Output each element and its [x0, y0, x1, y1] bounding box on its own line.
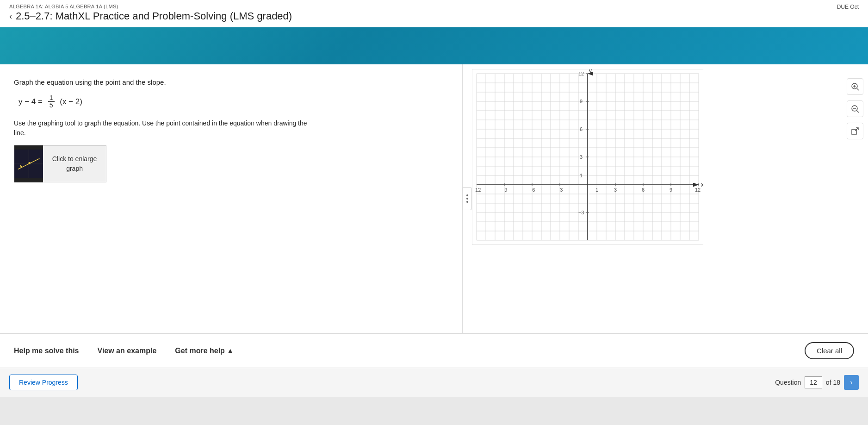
equation-fraction: 1 5	[48, 94, 55, 109]
thumbnail-image	[14, 145, 43, 182]
thumbnail-label: Click to enlarge graph	[43, 154, 106, 174]
get-more-help-button[interactable]: Get more help ▲	[175, 347, 234, 355]
x-label-9: 9	[670, 187, 672, 193]
of-label: of 18	[826, 379, 840, 386]
svg-line-68	[857, 88, 859, 90]
x-label-1: 1	[595, 187, 598, 193]
x-label-6: 6	[642, 187, 645, 193]
graph-panel[interactable]: x y 12 9 6 3 1 −3 −12 −9	[463, 64, 713, 333]
equation-right: (x − 2)	[58, 97, 82, 106]
equation-left: y − 4 =	[19, 97, 45, 106]
graph-thumbnail[interactable]: Click to enlarge graph	[14, 145, 106, 182]
question-label: Question	[775, 379, 801, 386]
x-label-n3: −3	[557, 187, 563, 193]
x-label-3: 3	[614, 187, 617, 193]
back-button[interactable]: ‹	[9, 12, 12, 21]
question-panel: Graph the equation using the point and t…	[0, 64, 463, 333]
coordinate-graph[interactable]: x y 12 9 6 3 1 −3 −12 −9	[472, 69, 703, 245]
y-label-3: 3	[580, 154, 583, 160]
review-progress-button[interactable]: Review Progress	[9, 375, 78, 390]
question-instruction: Graph the equation using the point and t…	[14, 78, 448, 86]
footer: Review Progress Question 12 of 18 ›	[0, 368, 868, 397]
y-label-n3: −3	[578, 210, 584, 215]
y-label-1: 1	[580, 173, 583, 178]
due-label: DUE Oct	[837, 4, 859, 10]
next-question-button[interactable]: ›	[844, 375, 859, 390]
question-number: 12	[805, 376, 822, 388]
y-axis-label: y	[589, 69, 592, 74]
zoom-in-button[interactable]	[847, 78, 863, 95]
external-link-button[interactable]	[847, 123, 863, 139]
action-bar: Help me solve this View an example Get m…	[0, 333, 868, 368]
graph-instruction: Use the graphing tool to graph the equat…	[14, 119, 315, 138]
breadcrumb: ALGEBRA 1A: ALGBIA 5 ALGEBRA 1A (LMS)	[9, 4, 859, 9]
y-label-12: 12	[578, 71, 584, 76]
svg-line-72	[857, 111, 859, 112]
page-title: 2.5–2.7: MathXL Practice and Problem-Sol…	[16, 10, 292, 22]
x-axis-label: x	[701, 181, 703, 188]
x-label-12: 12	[695, 187, 701, 193]
y-label-9: 9	[580, 99, 583, 104]
question-navigation: Question 12 of 18 ›	[775, 375, 859, 390]
equation-display: y − 4 = 1 5 (x − 2)	[14, 94, 448, 109]
x-label-n6: −6	[529, 187, 535, 193]
x-label-n9: −9	[502, 187, 508, 193]
zoom-out-button[interactable]	[847, 100, 863, 117]
panel-collapse-button[interactable]	[463, 187, 472, 210]
sidebar-tools	[847, 78, 863, 139]
x-label-n12: −12	[472, 187, 481, 193]
y-label-6: 6	[580, 126, 583, 132]
view-example-link[interactable]: View an example	[98, 347, 157, 355]
svg-point-4	[28, 162, 31, 164]
course-banner	[0, 27, 868, 64]
clear-all-button[interactable]: Clear all	[805, 342, 854, 359]
help-me-solve-link[interactable]: Help me solve this	[14, 347, 79, 355]
